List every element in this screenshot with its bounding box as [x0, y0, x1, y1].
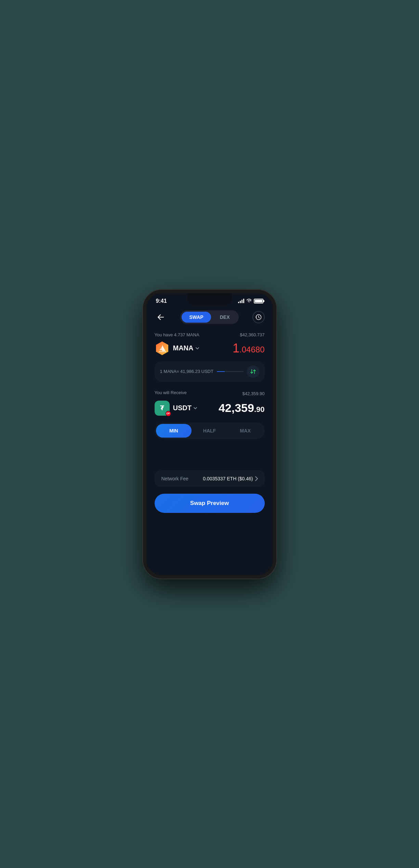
- phone-screen: 9:41: [146, 293, 273, 575]
- status-time: 9:41: [156, 298, 167, 304]
- battery-icon: [254, 299, 263, 303]
- network-fee-amount: 0.0035337 ETH ($0.46): [203, 476, 253, 481]
- receive-amount: 42,359 .90: [219, 401, 265, 415]
- mana-label: MANA: [173, 344, 194, 352]
- from-balance-row: You have 4.737 MANA $42,360.737: [155, 332, 265, 337]
- half-button[interactable]: HALF: [192, 424, 227, 438]
- amount-selector: MIN HALF MAX: [155, 423, 265, 439]
- notch: [187, 293, 232, 305]
- usdt-chevron-icon: [193, 406, 198, 411]
- max-button[interactable]: MAX: [227, 424, 263, 438]
- wifi-icon: [246, 298, 252, 304]
- usdt-token-selector[interactable]: ₮ OP USDT: [155, 401, 198, 416]
- tab-swap[interactable]: SWAP: [182, 312, 211, 323]
- back-button[interactable]: [155, 311, 167, 323]
- status-icons: [238, 298, 263, 304]
- receive-usd: $42,359.90: [242, 391, 264, 396]
- main-content: You have 4.737 MANA $42,360.737: [146, 329, 273, 567]
- from-token-row: MANA 1 .04680: [155, 341, 265, 356]
- fee-chevron-icon: [255, 476, 258, 481]
- op-badge: OP: [166, 411, 171, 416]
- from-amount[interactable]: 1 .04680: [233, 341, 264, 355]
- from-token-name: MANA: [173, 344, 200, 352]
- network-fee-label: Network Fee: [161, 476, 188, 481]
- signal-icon: [238, 299, 244, 303]
- header-nav: SWAP DEX: [146, 307, 273, 329]
- mana-token-selector[interactable]: MANA: [155, 341, 200, 356]
- from-amount-integer: 1: [233, 341, 239, 355]
- usdt-label: USDT: [173, 404, 192, 412]
- receive-amount-integer: 42,359: [219, 401, 254, 415]
- tab-dex[interactable]: DEX: [212, 312, 237, 323]
- history-button[interactable]: [252, 311, 265, 323]
- receive-token-name: USDT: [173, 404, 198, 412]
- receive-balance-row: You will Receive $42,359.90: [155, 390, 265, 397]
- mana-logo: [155, 341, 170, 356]
- rate-slider: [217, 371, 244, 372]
- usdt-logo: ₮ OP: [155, 401, 170, 416]
- exchange-rate-row: 1 MANA= 41,986.23 USDT: [155, 361, 265, 382]
- swap-preview-button[interactable]: Swap Preview: [155, 494, 265, 513]
- from-amount-decimal: .04680: [239, 345, 264, 354]
- phone-frame: 9:41: [143, 290, 276, 579]
- nav-tabs: SWAP DEX: [180, 310, 238, 324]
- swap-arrows-button[interactable]: [247, 365, 259, 378]
- from-balance-usd: $42,360.737: [240, 332, 264, 337]
- receive-token-row: ₮ OP USDT 42,359 .90: [155, 401, 265, 416]
- exchange-rate-text: 1 MANA= 41,986.23 USDT: [160, 369, 213, 374]
- spacer: [155, 450, 265, 470]
- receive-label: You will Receive: [155, 390, 187, 395]
- mana-chevron-icon: [195, 346, 200, 351]
- network-fee-section[interactable]: Network Fee 0.0035337 ETH ($0.46): [155, 470, 265, 487]
- min-button[interactable]: MIN: [156, 424, 192, 438]
- from-balance-label: You have 4.737 MANA: [155, 332, 199, 337]
- network-fee-value: 0.0035337 ETH ($0.46): [203, 476, 258, 481]
- receive-amount-decimal: .90: [254, 405, 265, 414]
